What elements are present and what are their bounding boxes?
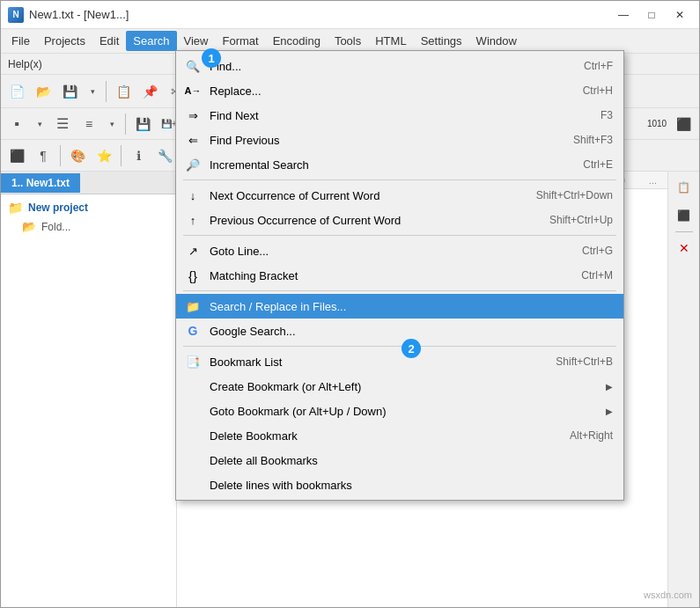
menu-format[interactable]: Format bbox=[215, 31, 265, 51]
bold-button[interactable]: ▪ bbox=[4, 112, 29, 136]
right-ctrl-close[interactable]: ✕ bbox=[672, 236, 696, 260]
menu-settings[interactable]: Settings bbox=[414, 31, 469, 51]
folder-label: Fold... bbox=[41, 221, 70, 233]
menu-search[interactable]: Search bbox=[126, 31, 176, 51]
prev-occur-shortcut: Shift+Ctrl+Up bbox=[549, 214, 613, 226]
folder-item[interactable]: 📂 Fold... bbox=[4, 217, 173, 236]
delete-bookmark-label: Delete Bookmark bbox=[210, 429, 570, 443]
find-prev-icon: ⇐ bbox=[183, 132, 203, 148]
menu-next-occur[interactable]: ↓ Next Occurrence of Current Word Shift+… bbox=[176, 183, 623, 208]
format-dropdown[interactable]: ▾ bbox=[31, 112, 48, 136]
menu-incremental[interactable]: 🔎 Incremental Search Ctrl+E bbox=[176, 152, 623, 177]
incremental-label: Incremental Search bbox=[210, 158, 583, 172]
menu-edit[interactable]: Edit bbox=[92, 31, 126, 51]
incremental-icon: 🔎 bbox=[183, 157, 203, 172]
save-button[interactable]: 💾 bbox=[57, 79, 82, 104]
badge-1: 1 bbox=[202, 48, 221, 68]
title-bar: N New1.txt - [New1...] — □ ✕ bbox=[1, 1, 699, 29]
search-dropdown-menu: 🔍 Find... Ctrl+F A→ Replace... Ctrl+H ⇒ … bbox=[175, 50, 624, 501]
incremental-shortcut: Ctrl+E bbox=[583, 158, 613, 171]
code-btn[interactable]: 1010 bbox=[645, 112, 669, 136]
maximize-button[interactable]: □ bbox=[639, 5, 664, 25]
color-btn[interactable]: 🎨 bbox=[65, 143, 90, 168]
google-icon: G bbox=[183, 323, 203, 339]
badge-2: 2 bbox=[402, 339, 421, 358]
menu-projects[interactable]: Projects bbox=[37, 31, 92, 51]
menu-html[interactable]: HTML bbox=[368, 31, 413, 51]
create-bookmark-icon bbox=[183, 378, 203, 394]
minimize-button[interactable]: — bbox=[611, 5, 636, 25]
window-controls: — □ ✕ bbox=[611, 5, 692, 25]
google-label: Google Search... bbox=[210, 325, 613, 338]
delete-all-bm-label: Delete all Bookmarks bbox=[210, 454, 613, 467]
menu-search-files[interactable]: 📁 Search / Replace in Files... bbox=[176, 294, 623, 319]
menu-prev-occur[interactable]: ↑ Previous Occurrence of Current Word Sh… bbox=[176, 208, 623, 232]
save2-button[interactable]: 💾 bbox=[130, 112, 155, 136]
project-item[interactable]: 📁 New project bbox=[4, 198, 173, 217]
menu-bookmark-list[interactable]: 📑 Bookmark List Shift+Ctrl+B bbox=[176, 349, 623, 374]
menu-find-prev[interactable]: ⇐ Find Previous Shift+F3 bbox=[176, 128, 623, 152]
left-panel: 1.. New1.txt 📁 New project 📂 Fold... bbox=[1, 172, 177, 607]
prev-occur-icon: ↑ bbox=[183, 212, 203, 228]
bracket-shortcut: Ctrl+M bbox=[581, 269, 613, 282]
find-shortcut: Ctrl+F bbox=[584, 60, 613, 72]
app-icon: N bbox=[8, 7, 24, 23]
star-btn[interactable]: ⭐ bbox=[92, 143, 116, 168]
sep7 bbox=[125, 114, 126, 135]
delete-bookmark-icon bbox=[183, 428, 203, 443]
menu-goto-bookmark[interactable]: Goto Bookmark (or Alt+Up / Down) ▶ bbox=[176, 399, 623, 423]
right-ctrl-2[interactable]: ⬛ bbox=[672, 203, 696, 228]
open-button[interactable]: 📂 bbox=[31, 79, 55, 104]
align-left[interactable]: ⬛ bbox=[4, 143, 29, 168]
next-occur-label: Next Occurrence of Current Word bbox=[210, 189, 536, 202]
menu-create-bookmark[interactable]: Create Bookmark (or Alt+Left) ▶ bbox=[176, 374, 623, 399]
window-title: New1.txt - [New1...] bbox=[29, 8, 611, 21]
goto-label: Goto Line... bbox=[210, 245, 582, 258]
find-prev-label: Find Previous bbox=[210, 134, 573, 147]
prev-occur-label: Previous Occurrence of Current Word bbox=[210, 214, 549, 227]
new-button[interactable]: 📄 bbox=[4, 79, 29, 104]
panel-tab-file[interactable]: 1.. New1.txt bbox=[1, 173, 80, 193]
bookmark-list-icon: 📑 bbox=[183, 354, 203, 370]
menu-tools[interactable]: Tools bbox=[328, 31, 368, 51]
file-dropdown[interactable]: ▾ bbox=[84, 79, 101, 104]
replace-label: Replace... bbox=[210, 84, 583, 98]
list-dropdown[interactable]: ▾ bbox=[103, 112, 121, 136]
menu-delete-bookmark[interactable]: Delete Bookmark Alt+Right bbox=[176, 423, 623, 448]
menu-google[interactable]: G Google Search... bbox=[176, 319, 623, 343]
project-icon: 📁 bbox=[8, 201, 23, 215]
help-text[interactable]: Help(x) bbox=[8, 58, 42, 70]
right-controls: 📋 ⬛ ✕ bbox=[667, 172, 699, 607]
bookmark-list-shortcut: Shift+Ctrl+B bbox=[556, 355, 613, 368]
right-sep bbox=[675, 231, 693, 232]
menu-delete-all-bookmarks[interactable]: Delete all Bookmarks bbox=[176, 448, 623, 472]
menu-encoding[interactable]: Encoding bbox=[266, 31, 328, 51]
align-center[interactable]: ¶ bbox=[31, 143, 55, 168]
bullet-button[interactable]: ☰ bbox=[50, 112, 75, 136]
tool-btn[interactable]: 🔧 bbox=[152, 143, 177, 168]
menu-find[interactable]: 🔍 Find... Ctrl+F bbox=[176, 54, 623, 78]
bracket-icon: {} bbox=[183, 267, 203, 283]
menu-file[interactable]: File bbox=[4, 31, 37, 51]
menu-window[interactable]: Window bbox=[469, 31, 524, 51]
goto-bookmark-icon bbox=[183, 403, 203, 419]
sep11 bbox=[60, 145, 61, 166]
close-button[interactable]: ✕ bbox=[667, 5, 692, 25]
panel-content: 📁 New project 📂 Fold... bbox=[1, 194, 176, 607]
menu-sep2 bbox=[183, 235, 616, 236]
menu-sep1 bbox=[183, 179, 616, 180]
right-ctrl-1[interactable]: 📋 bbox=[672, 175, 696, 200]
info-btn[interactable]: ℹ bbox=[126, 143, 151, 168]
terminal-btn[interactable]: ⬛ bbox=[671, 112, 696, 136]
next-occur-shortcut: Shift+Ctrl+Down bbox=[536, 189, 613, 201]
menu-bracket[interactable]: {} Matching Bracket Ctrl+M bbox=[176, 263, 623, 288]
paste-button[interactable]: 📌 bbox=[137, 79, 162, 104]
menu-replace[interactable]: A→ Replace... Ctrl+H bbox=[176, 78, 623, 103]
delete-lines-bm-icon bbox=[183, 477, 203, 493]
replace-shortcut: Ctrl+H bbox=[583, 84, 613, 97]
menu-delete-lines-bm[interactable]: Delete lines with bookmarks bbox=[176, 472, 623, 497]
menu-goto[interactable]: ↗ Goto Line... Ctrl+G bbox=[176, 238, 623, 263]
list-button[interactable]: ≡ bbox=[77, 112, 101, 136]
copy-button[interactable]: 📋 bbox=[111, 79, 136, 104]
menu-find-next[interactable]: ⇒ Find Next F3 bbox=[176, 103, 623, 128]
